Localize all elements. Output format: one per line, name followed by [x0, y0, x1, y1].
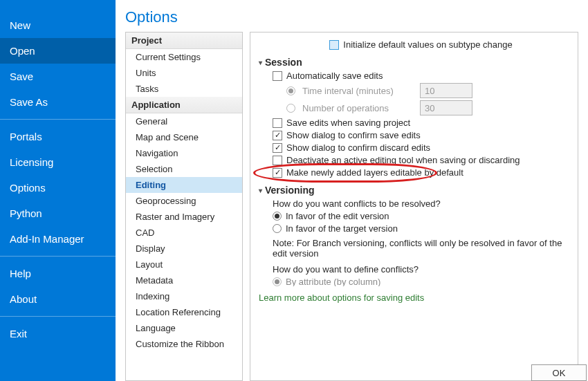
category-item[interactable]: Customize the Ribbon: [126, 336, 242, 352]
checkbox-auto-save[interactable]: [273, 71, 282, 81]
checkbox-deactivate-tool[interactable]: [273, 156, 282, 165]
filemenu-item[interactable]: Licensing: [0, 149, 116, 175]
dialog-buttons: OK: [531, 364, 588, 381]
filemenu-item[interactable]: Save As: [0, 89, 116, 115]
menu-separator: [0, 316, 116, 317]
filemenu-item[interactable]: About: [0, 286, 116, 312]
category-item[interactable]: Tasks: [126, 81, 242, 97]
label-confirm-save: Show dialog to confirm save edits: [286, 130, 421, 140]
checkbox-init-default[interactable]: [329, 40, 339, 50]
filemenu-item[interactable]: Exit: [0, 321, 116, 346]
label-time-interval: Time interval (minutes): [302, 86, 413, 96]
radio-favor-edit[interactable]: [273, 212, 282, 221]
filemenu-item[interactable]: Add-In Manager: [0, 226, 116, 252]
category-item[interactable]: General: [126, 113, 242, 129]
filemenu-item[interactable]: Options: [0, 175, 116, 201]
link-learn-more[interactable]: Learn more about options for saving edit…: [259, 292, 424, 303]
label-num-ops: Number of operations: [302, 103, 413, 113]
category-item[interactable]: Selection: [126, 161, 242, 177]
page-title: Options: [116, 0, 588, 32]
session-header[interactable]: ▾ Session: [259, 57, 569, 68]
label-save-on-save: Save edits when saving project: [286, 118, 410, 128]
category-item[interactable]: Layout: [126, 257, 242, 272]
chevron-down-icon: ▾: [259, 187, 262, 194]
options-categories: ProjectCurrent SettingsUnitsTasksApplica…: [125, 32, 243, 381]
category-item[interactable]: CAD: [126, 225, 242, 241]
label-branch-note: Note: For Branch versioning, conflicts w…: [259, 238, 569, 259]
category-item[interactable]: Map and Scene: [126, 129, 242, 145]
versioning-header[interactable]: ▾ Versioning: [259, 185, 569, 196]
input-num-ops[interactable]: [420, 100, 472, 115]
category-item[interactable]: Language: [126, 320, 242, 336]
category-item[interactable]: Navigation: [126, 145, 242, 161]
menu-separator: [0, 256, 116, 257]
file-menu: NewOpenSaveSave AsPortalsLicensingOption…: [0, 0, 116, 381]
input-time-interval[interactable]: [420, 83, 472, 98]
label-confirm-discard: Show dialog to confirm discard edits: [286, 142, 430, 153]
radio-favor-target[interactable]: [273, 224, 282, 233]
label-conflict-q1: How do you want conflicts to be resolved…: [273, 198, 441, 209]
menu-separator: [0, 119, 116, 120]
checkbox-confirm-discard[interactable]: [273, 143, 282, 153]
category-item[interactable]: Display: [126, 241, 242, 257]
category-item[interactable]: Location Referencing: [126, 304, 242, 320]
category-group-header: Application: [126, 97, 242, 113]
checkbox-confirm-save[interactable]: [273, 131, 282, 140]
ok-button[interactable]: OK: [531, 364, 587, 381]
category-item[interactable]: Metadata: [126, 272, 242, 288]
label-auto-save: Automatically save edits: [286, 71, 383, 81]
session-header-label: Session: [265, 57, 302, 68]
filemenu-item[interactable]: New: [0, 12, 116, 38]
checkbox-make-editable[interactable]: [273, 168, 282, 178]
category-item[interactable]: Editing: [126, 177, 242, 193]
radio-num-ops[interactable]: [286, 104, 295, 113]
category-item[interactable]: Indexing: [126, 288, 242, 304]
filemenu-item[interactable]: Portals: [0, 124, 116, 149]
filemenu-item[interactable]: Save: [0, 64, 116, 89]
options-content: Initialize default values on subtype cha…: [250, 32, 578, 381]
checkbox-save-on-save[interactable]: [273, 118, 282, 128]
filemenu-item[interactable]: Python: [0, 201, 116, 226]
options-page: Options ProjectCurrent SettingsUnitsTask…: [116, 0, 588, 381]
category-item[interactable]: Geoprocessing: [126, 193, 242, 209]
chevron-down-icon: ▾: [259, 59, 262, 66]
label-conflict-q2: How do you want to define conflicts?: [273, 264, 419, 275]
category-item[interactable]: Raster and Imagery: [126, 209, 242, 225]
label-favor-edit: In favor of the edit version: [286, 211, 389, 221]
category-group-header: Project: [126, 32, 242, 49]
label-favor-target: In favor of the target version: [286, 223, 398, 234]
label-by-attribute: By attribute (by column): [286, 277, 380, 286]
label-deactivate-tool: Deactivate an active editing tool when s…: [286, 155, 520, 165]
filemenu-item[interactable]: Help: [0, 261, 116, 286]
radio-by-attribute[interactable]: [273, 277, 282, 286]
radio-time-interval[interactable]: [286, 86, 295, 95]
label-init-default: Initialize default values on subtype cha…: [343, 39, 512, 50]
filemenu-item[interactable]: Open: [0, 38, 116, 64]
label-make-editable: Make newly added layers editable by defa…: [286, 167, 463, 178]
versioning-header-label: Versioning: [265, 185, 315, 196]
category-item[interactable]: Units: [126, 65, 242, 81]
category-item[interactable]: Current Settings: [126, 49, 242, 65]
